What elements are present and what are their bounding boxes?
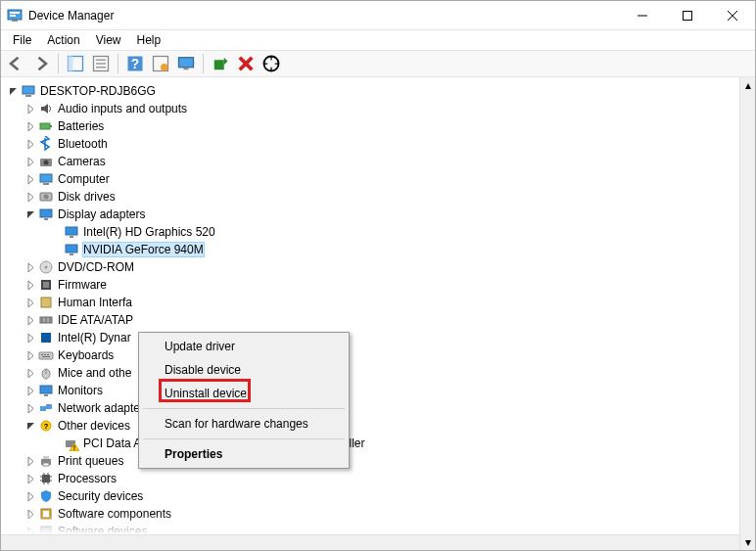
svg-rect-18 bbox=[179, 58, 194, 68]
vertical-scrollbar[interactable]: ▴ ▾ bbox=[739, 77, 755, 550]
expand-toggle-icon[interactable] bbox=[23, 418, 38, 434]
expand-toggle-icon[interactable] bbox=[23, 136, 38, 152]
scroll-up-icon[interactable]: ▴ bbox=[740, 77, 755, 93]
device-manager-window: Device Manager File Action View Help ? D… bbox=[0, 0, 756, 551]
expand-toggle-icon[interactable] bbox=[23, 330, 38, 345]
svg-point-33 bbox=[44, 195, 49, 200]
menu-help[interactable]: Help bbox=[129, 31, 169, 49]
tree-device-6-1[interactable]: NVIDIA GeForce 940M bbox=[1, 241, 739, 258]
context-menu-item[interactable]: Disable device bbox=[141, 358, 347, 382]
expand-toggle-icon[interactable] bbox=[23, 207, 38, 222]
expand-toggle-icon[interactable] bbox=[23, 259, 38, 275]
tree-item-label: Disk drives bbox=[58, 190, 116, 204]
tree-item-label: NVIDIA GeForce 940M bbox=[83, 243, 204, 256]
tree-item-label: Other devices bbox=[58, 419, 130, 433]
expand-toggle-icon[interactable] bbox=[23, 101, 38, 116]
device-tree[interactable]: DESKTOP-RDJB6GGAudio inputs and outputsB… bbox=[1, 77, 739, 550]
tree-category-ide[interactable]: IDE ATA/ATAP bbox=[1, 311, 739, 329]
properties-button[interactable] bbox=[90, 53, 112, 74]
svg-rect-44 bbox=[41, 298, 51, 307]
expand-toggle-icon[interactable] bbox=[23, 312, 38, 328]
minimize-button[interactable] bbox=[620, 1, 665, 29]
svg-rect-79 bbox=[43, 511, 49, 517]
tree-category-monitor[interactable]: Monitors bbox=[1, 382, 739, 399]
tree-item-label: DVD/CD-ROM bbox=[58, 260, 134, 274]
toolbar-separator bbox=[118, 54, 118, 73]
tree-category-speaker[interactable]: Audio inputs and outputs bbox=[1, 100, 739, 117]
scroll-down-icon[interactable]: ▾ bbox=[740, 534, 755, 550]
horizontal-scrollbar[interactable] bbox=[1, 534, 739, 550]
maximize-button[interactable] bbox=[665, 1, 710, 29]
svg-rect-25 bbox=[25, 95, 31, 97]
expand-toggle-icon[interactable] bbox=[48, 242, 64, 257]
expand-toggle-icon[interactable] bbox=[48, 436, 64, 451]
scan-hardware-button[interactable] bbox=[210, 53, 231, 74]
svg-text:?: ? bbox=[131, 57, 139, 71]
help-button[interactable]: ? bbox=[124, 53, 146, 74]
computer_root-icon bbox=[21, 83, 36, 99]
tree-device-6-0[interactable]: Intel(R) HD Graphics 520 bbox=[1, 223, 739, 241]
tree-item-label: Mice and othe bbox=[58, 366, 131, 380]
firmware-icon bbox=[38, 277, 54, 293]
menu-view[interactable]: View bbox=[88, 31, 129, 49]
context-menu-item[interactable]: Properties bbox=[141, 442, 347, 466]
expand-toggle-icon[interactable] bbox=[23, 347, 38, 363]
forward-button[interactable] bbox=[30, 53, 52, 74]
expand-toggle-icon[interactable] bbox=[23, 488, 38, 504]
tree-category-cpu[interactable]: Processors bbox=[1, 470, 739, 487]
tree-item-label: Firmware bbox=[58, 278, 107, 292]
context-menu-item[interactable]: Scan for hardware changes bbox=[141, 412, 347, 436]
expand-toggle-icon[interactable] bbox=[23, 277, 38, 293]
action-button[interactable] bbox=[150, 53, 171, 74]
menu-file[interactable]: File bbox=[5, 31, 39, 49]
back-button[interactable] bbox=[5, 53, 26, 74]
expand-toggle-icon[interactable] bbox=[48, 224, 64, 240]
expand-toggle-icon[interactable] bbox=[23, 171, 38, 187]
tree-category-hid[interactable]: Human Interfa bbox=[1, 294, 739, 311]
expand-toggle-icon[interactable] bbox=[23, 471, 38, 486]
tree-category-battery[interactable]: Batteries bbox=[1, 117, 739, 135]
tree-device-16-0[interactable]: !PCI Data Acquisition and Signal Process… bbox=[1, 435, 739, 452]
expand-toggle-icon[interactable] bbox=[23, 118, 38, 134]
expand-toggle-icon[interactable] bbox=[23, 453, 38, 469]
tree-category-printer[interactable]: Print queues bbox=[1, 452, 739, 470]
scrollbar-track[interactable] bbox=[740, 93, 755, 534]
tree-category-keyboard[interactable]: Keyboards bbox=[1, 346, 739, 364]
keyboard-icon bbox=[38, 347, 54, 363]
expand-toggle-icon[interactable] bbox=[23, 189, 38, 205]
context-menu-item[interactable]: Uninstall device bbox=[141, 382, 347, 405]
expand-toggle-icon[interactable] bbox=[5, 83, 21, 99]
tree-category-other[interactable]: ?Other devices bbox=[1, 417, 739, 435]
context-menu-item[interactable]: Update driver bbox=[141, 335, 347, 358]
close-button[interactable] bbox=[710, 1, 755, 29]
tree-category-component[interactable]: Software components bbox=[1, 505, 739, 523]
tree-category-mouse[interactable]: Mice and othe bbox=[1, 364, 739, 382]
tree-category-camera[interactable]: Cameras bbox=[1, 153, 739, 170]
expand-toggle-icon[interactable] bbox=[23, 506, 38, 522]
tree-category-computer[interactable]: Computer bbox=[1, 170, 739, 188]
show-hide-tree-button[interactable] bbox=[65, 53, 86, 74]
tree-category-dvd[interactable]: DVD/CD-ROM bbox=[1, 258, 739, 276]
tree-root[interactable]: DESKTOP-RDJB6GG bbox=[1, 82, 739, 100]
expand-toggle-icon[interactable] bbox=[23, 154, 38, 169]
expand-toggle-icon[interactable] bbox=[23, 383, 38, 398]
tree-category-firmware[interactable]: Firmware bbox=[1, 276, 739, 294]
svg-rect-68 bbox=[43, 463, 49, 466]
tree-category-bluetooth[interactable]: Bluetooth bbox=[1, 135, 739, 153]
monitor-button[interactable] bbox=[175, 53, 197, 74]
uninstall-button[interactable] bbox=[235, 53, 257, 74]
menu-action[interactable]: Action bbox=[39, 31, 87, 49]
tree-category-security[interactable]: Security devices bbox=[1, 487, 739, 505]
expand-toggle-icon[interactable] bbox=[23, 365, 38, 381]
ide-icon bbox=[38, 312, 54, 328]
svg-rect-38 bbox=[66, 245, 77, 253]
add-hardware-button[interactable] bbox=[260, 53, 282, 74]
svg-rect-3 bbox=[12, 20, 18, 22]
tree-category-network[interactable]: Network adapters bbox=[1, 399, 739, 417]
tree-category-display[interactable]: Display adapters bbox=[1, 206, 739, 223]
expand-toggle-icon[interactable] bbox=[23, 400, 38, 416]
tree-category-intel[interactable]: Intel(R) Dynar bbox=[1, 329, 739, 346]
expand-toggle-icon[interactable] bbox=[23, 295, 38, 310]
tree-category-disk[interactable]: Disk drives bbox=[1, 188, 739, 206]
hid-icon bbox=[38, 295, 54, 310]
